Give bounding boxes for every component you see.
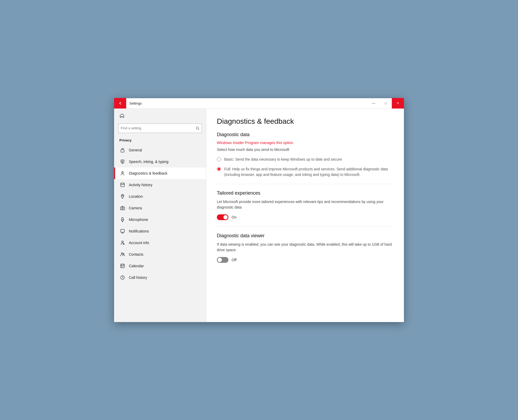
tailored-description: Let Microsoft provide more tailored expe… <box>217 199 393 210</box>
location-icon <box>119 193 126 200</box>
svg-rect-2 <box>121 160 124 162</box>
calendar-icon <box>119 263 126 269</box>
divider-2 <box>217 226 393 227</box>
sidebar-item-activity[interactable]: Activity history <box>114 179 206 191</box>
search-icon <box>196 126 199 130</box>
sidebar-item-camera[interactable]: Camera <box>114 202 206 214</box>
tailored-toggle[interactable] <box>217 214 228 220</box>
viewer-toggle-label: Off <box>232 258 236 262</box>
sidebar-label-location: Location <box>129 194 143 199</box>
sidebar-label-notifications: Notifications <box>129 229 149 233</box>
tailored-title: Tailored experiences <box>217 190 393 196</box>
svg-point-7 <box>122 207 123 209</box>
viewer-title: Diagnostic data viewer <box>217 233 393 239</box>
svg-rect-4 <box>121 183 124 187</box>
svg-point-5 <box>122 195 123 196</box>
window-title: Settings <box>126 101 368 105</box>
sidebar-label-camera: Camera <box>129 206 142 210</box>
sidebar-label-callhistory: Call history <box>129 275 147 280</box>
diagnostic-options: Basic: Send the data necessary to keep W… <box>217 157 393 177</box>
radio-option-basic[interactable]: Basic: Send the data necessary to keep W… <box>217 157 393 162</box>
svg-point-10 <box>122 241 123 243</box>
notifications-icon <box>119 228 126 234</box>
sidebar-label-calendar: Calendar <box>129 264 144 268</box>
sidebar-label-general: General <box>129 148 142 152</box>
page-title: Diagnostics & feedback <box>217 117 393 126</box>
viewer-toggle-row: Off <box>217 257 393 263</box>
sidebar-item-microphone[interactable]: Microphone <box>114 214 206 225</box>
sidebar-item-account[interactable]: Account info <box>114 237 206 249</box>
sidebar-item-speech[interactable]: Speech, inking, & typing <box>114 156 206 167</box>
sidebar-label-speech: Speech, inking, & typing <box>129 160 168 164</box>
insider-program-link[interactable]: Windows Insider Program manages this opt… <box>217 141 393 145</box>
diagnostic-description: Select how much data you send to Microso… <box>217 147 393 152</box>
callhistory-icon <box>119 274 126 281</box>
lock-icon <box>119 147 126 153</box>
sidebar: Privacy General <box>114 109 206 322</box>
sidebar-item-general[interactable]: General <box>114 144 206 156</box>
contacts-icon <box>119 251 126 258</box>
svg-rect-13 <box>121 264 124 268</box>
diagnostic-data-title: Diagnostic data <box>217 132 393 137</box>
home-button[interactable] <box>114 109 206 123</box>
sidebar-section-privacy: Privacy <box>114 137 206 144</box>
sidebar-item-calendar[interactable]: Calendar <box>114 260 206 272</box>
sidebar-label-contacts: Contacts <box>129 252 143 256</box>
sidebar-item-diagnostics[interactable]: Diagnostics & feedback <box>114 167 206 179</box>
svg-rect-1 <box>121 150 124 152</box>
diagnostics-icon <box>119 170 126 176</box>
radio-full[interactable] <box>217 167 221 171</box>
close-button[interactable]: ✕ <box>392 98 404 108</box>
sidebar-label-microphone: Microphone <box>129 218 148 222</box>
camera-icon <box>119 205 126 211</box>
svg-point-12 <box>123 253 124 254</box>
search-box[interactable] <box>118 123 202 133</box>
search-input[interactable] <box>121 126 196 130</box>
sidebar-item-location[interactable]: Location <box>114 191 206 202</box>
svg-rect-6 <box>120 207 125 210</box>
radio-basic-label: Basic: Send the data necessary to keep W… <box>224 157 342 162</box>
radio-full-label: Full: Help us fix things and improve Mic… <box>224 166 393 177</box>
sidebar-label-account: Account info <box>129 241 149 245</box>
minimize-button[interactable]: — <box>368 98 380 108</box>
radio-option-full[interactable]: Full: Help us fix things and improve Mic… <box>217 166 393 177</box>
tailored-toggle-label: On <box>232 215 237 219</box>
window-controls: — □ ✕ <box>368 98 404 108</box>
content-area: Diagnostics & feedback Diagnostic data W… <box>206 109 404 322</box>
sidebar-label-activity: Activity history <box>129 183 152 187</box>
account-icon <box>119 240 126 246</box>
settings-window: Settings — □ ✕ Privacy <box>114 98 404 322</box>
maximize-button[interactable]: □ <box>380 98 392 108</box>
svg-rect-9 <box>121 229 124 232</box>
sidebar-item-notifications[interactable]: Notifications <box>114 225 206 237</box>
viewer-toggle[interactable] <box>217 257 228 263</box>
sidebar-item-contacts[interactable]: Contacts <box>114 249 206 260</box>
main-area: Privacy General <box>114 109 404 322</box>
radio-basic[interactable] <box>217 157 221 161</box>
sidebar-item-callhistory[interactable]: Call history <box>114 272 206 283</box>
svg-point-11 <box>121 253 123 254</box>
back-button[interactable] <box>114 98 126 108</box>
tailored-toggle-row: On <box>217 214 393 220</box>
speech-icon <box>119 159 126 165</box>
microphone-icon <box>119 216 126 223</box>
svg-point-3 <box>122 171 123 173</box>
activity-icon <box>119 182 126 188</box>
titlebar: Settings — □ ✕ <box>114 98 404 109</box>
divider-1 <box>217 184 393 184</box>
svg-rect-8 <box>122 218 123 220</box>
sidebar-label-diagnostics: Diagnostics & feedback <box>129 171 167 175</box>
viewer-description: If data viewing is enabled, you can see … <box>217 242 393 253</box>
